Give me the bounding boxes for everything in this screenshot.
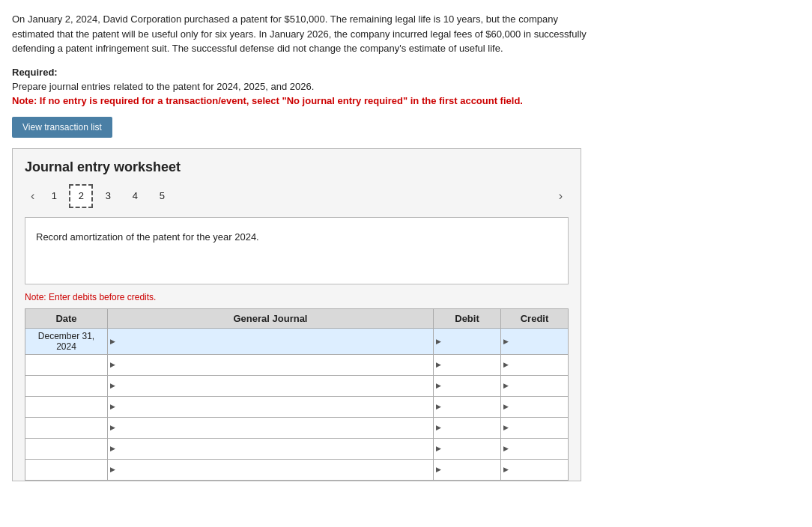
worksheet-container: Journal entry worksheet ‹ 1 2 3 4 5 › Re… (12, 148, 581, 481)
general-journal-cell-6[interactable] (108, 459, 434, 480)
tab-prev-arrow[interactable]: ‹ (25, 186, 40, 206)
credit-cell-3[interactable] (501, 396, 569, 417)
tab-1[interactable]: 1 (42, 184, 66, 208)
credit-cell-2[interactable] (501, 375, 569, 396)
tab-next-arrow[interactable]: › (553, 186, 569, 206)
date-cell-4[interactable] (25, 417, 108, 438)
debit-cell-0[interactable] (434, 328, 501, 354)
col-header-credit: Credit (501, 308, 569, 328)
general-journal-cell-0[interactable] (108, 328, 434, 354)
date-cell-2[interactable] (25, 375, 108, 396)
table-row (25, 354, 569, 375)
tab-5[interactable]: 5 (150, 184, 174, 208)
debit-cell-1[interactable] (434, 354, 501, 375)
debit-cell-4[interactable] (434, 417, 501, 438)
tab-4[interactable]: 4 (123, 184, 147, 208)
general-journal-cell-1[interactable] (108, 354, 434, 375)
date-cell-6[interactable] (25, 459, 108, 480)
table-row (25, 417, 569, 438)
credit-cell-0[interactable] (501, 328, 569, 354)
date-cell-5[interactable] (25, 438, 108, 459)
date-cell-0[interactable]: December 31, 2024 (25, 328, 108, 354)
table-row: December 31, 2024 (25, 328, 569, 354)
intro-paragraph: On January 2, 2024, David Corporation pu… (12, 12, 596, 56)
general-journal-cell-4[interactable] (108, 417, 434, 438)
date-cell-3[interactable] (25, 396, 108, 417)
tab-navigation: ‹ 1 2 3 4 5 › (25, 184, 569, 208)
instruction-box: Record amortization of the patent for th… (25, 217, 569, 284)
required-section: Required: Prepare journal entries relate… (12, 67, 800, 106)
required-label: Required: (12, 67, 800, 78)
credit-cell-4[interactable] (501, 417, 569, 438)
col-header-general-journal: General Journal (108, 308, 434, 328)
debit-cell-3[interactable] (434, 396, 501, 417)
table-row (25, 438, 569, 459)
debit-cell-5[interactable] (434, 438, 501, 459)
debit-cell-6[interactable] (434, 459, 501, 480)
general-journal-cell-3[interactable] (108, 396, 434, 417)
note-red-text: Note: If no entry is required for a tran… (12, 95, 800, 106)
credit-cell-5[interactable] (501, 438, 569, 459)
journal-table: Date General Journal Debit Credit Decemb… (25, 308, 569, 481)
table-row (25, 396, 569, 417)
credit-cell-1[interactable] (501, 354, 569, 375)
tab-2[interactable]: 2 (69, 184, 93, 208)
date-cell-1[interactable] (25, 354, 108, 375)
worksheet-title: Journal entry worksheet (25, 159, 569, 175)
table-row (25, 375, 569, 396)
debit-cell-2[interactable] (434, 375, 501, 396)
table-row (25, 459, 569, 480)
credit-cell-6[interactable] (501, 459, 569, 480)
general-journal-cell-2[interactable] (108, 375, 434, 396)
general-journal-cell-5[interactable] (108, 438, 434, 459)
tab-3[interactable]: 3 (96, 184, 120, 208)
view-transaction-button[interactable]: View transaction list (12, 117, 112, 138)
col-header-debit: Debit (434, 308, 501, 328)
col-header-date: Date (25, 308, 108, 328)
prepare-text: Prepare journal entries related to the p… (12, 81, 800, 92)
note-debits: Note: Enter debits before credits. (25, 292, 569, 302)
